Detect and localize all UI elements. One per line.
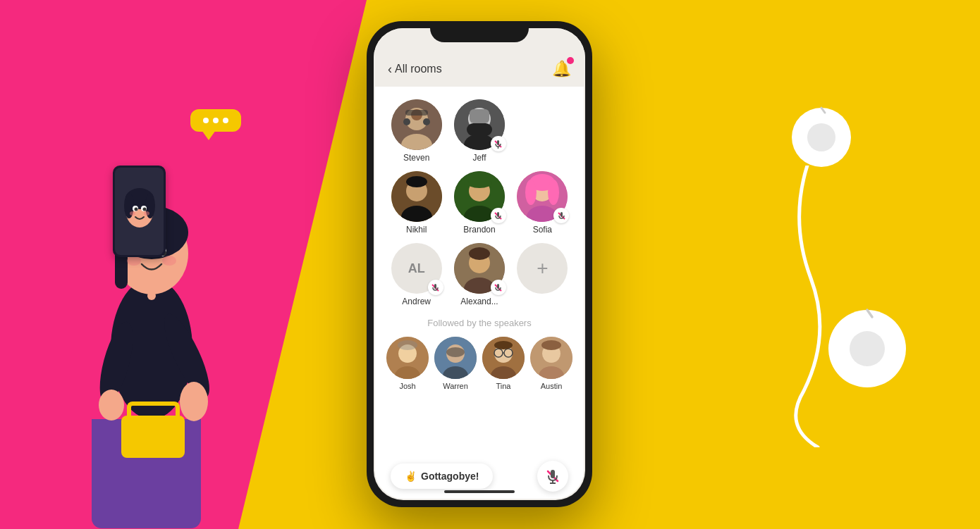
leave-emoji: ✌️ (405, 471, 417, 482)
speaker-name-alexander: Alexand... (460, 297, 498, 306)
avatar-wrap-alexander (454, 243, 505, 294)
speaker-item-sofia[interactable]: Sofia (513, 171, 572, 235)
follower-item-tina[interactable]: Tina (482, 337, 525, 390)
earphone-bud-top (786, 102, 857, 173)
back-label: All rooms (395, 63, 442, 75)
svg-point-5 (162, 256, 176, 266)
phone-notch (430, 21, 529, 42)
leave-button[interactable]: ✌️ Gottagobye! (391, 463, 493, 489)
speaker-name-andrew: Andrew (402, 297, 431, 306)
avatar-wrap-sofia (517, 171, 568, 222)
svg-rect-35 (467, 123, 492, 136)
svg-rect-49 (464, 182, 470, 185)
mic-button[interactable] (537, 461, 568, 492)
svg-point-57 (548, 180, 559, 205)
svg-point-22 (142, 208, 146, 211)
svg-point-14 (99, 390, 124, 421)
mute-badge-jeff (491, 136, 506, 151)
mute-badge-brandon (491, 208, 506, 223)
empty-slot-1 (513, 99, 572, 163)
svg-point-43 (406, 176, 427, 187)
avatar-nikhil (391, 171, 442, 222)
svg-rect-88 (551, 470, 555, 478)
follower-name-josh: Josh (399, 382, 415, 390)
speaker-name-brandon: Brandon (463, 225, 495, 235)
svg-point-31 (423, 118, 430, 125)
svg-rect-51 (497, 212, 499, 217)
speaker-item-alexander[interactable]: Alexand... (449, 243, 509, 306)
speaker-name-sofia: Sofia (533, 225, 552, 235)
mute-badge-andrew (428, 280, 443, 295)
follower-name-austin: Austin (541, 382, 563, 390)
phone-home-bar (444, 490, 515, 493)
avatar-wrap-andrew: AL (391, 243, 442, 294)
held-phone-illustration (113, 166, 166, 257)
svg-point-21 (134, 208, 137, 211)
mute-badge-sofia (553, 208, 569, 223)
speaker-item-nikhil[interactable]: Nikhil (386, 171, 446, 235)
follower-item-warren[interactable]: Warren (434, 337, 477, 390)
svg-rect-67 (497, 284, 499, 289)
svg-rect-29 (405, 110, 428, 116)
speaker-name-steven: Steven (403, 153, 429, 163)
followed-section-label: Followed by the speakers (386, 312, 572, 337)
mute-badge-alexander (491, 280, 506, 295)
svg-point-4 (127, 256, 141, 266)
dot-3 (223, 118, 228, 123)
svg-rect-38 (497, 140, 499, 145)
svg-point-86 (541, 340, 561, 350)
phone-screen: ‹ All rooms 🔔 (374, 28, 585, 500)
bell-badge (567, 57, 574, 64)
follower-avatar-austin (530, 337, 572, 379)
add-label (541, 297, 544, 306)
speaker-item-steven[interactable]: Steven (386, 99, 446, 163)
dot-1 (203, 118, 209, 123)
follower-name-tina: Tina (496, 382, 511, 390)
screen-bottom-bar: ✌️ Gottagobye! (382, 461, 577, 492)
svg-rect-61 (434, 284, 436, 289)
back-arrow-icon: ‹ (388, 62, 392, 77)
svg-point-10 (147, 292, 156, 300)
speaker-item-jeff[interactable]: Jeff (449, 99, 509, 163)
dot-2 (213, 118, 219, 123)
back-button[interactable]: ‹ All rooms (388, 62, 442, 77)
svg-point-95 (850, 331, 885, 366)
follower-avatar-tina (482, 337, 525, 379)
speaker-name-jeff: Jeff (472, 153, 486, 163)
speaker-item-andrew[interactable]: AL Andrew (386, 243, 446, 306)
avatar-wrap-nikhil (391, 171, 442, 222)
follower-avatar-warren (434, 337, 477, 379)
earphone-bud-bottom (821, 303, 913, 394)
add-speaker-item[interactable]: + (513, 243, 572, 306)
avatar-wrap-brandon (454, 171, 505, 222)
avatar-wrap-steven (391, 99, 442, 150)
svg-point-56 (525, 180, 537, 205)
avatar-steven (391, 99, 442, 150)
svg-rect-59 (561, 212, 563, 217)
svg-point-24 (144, 211, 149, 216)
svg-point-30 (403, 118, 410, 125)
phone-frame: ‹ All rooms 🔔 (367, 21, 592, 507)
leave-label: Gottagobye! (421, 471, 479, 482)
follower-item-josh[interactable]: Josh (386, 337, 429, 390)
speaker-item-brandon[interactable]: Brandon (449, 171, 509, 235)
follower-avatar-josh (386, 337, 429, 379)
svg-point-92 (807, 123, 835, 151)
speaker-name-nikhil: Nikhil (406, 225, 427, 235)
notification-bell-button[interactable]: 🔔 (552, 60, 571, 78)
speakers-grid: Steven (386, 94, 572, 312)
svg-rect-48 (467, 181, 492, 185)
add-speaker-button[interactable]: + (517, 243, 568, 294)
wallet-decoration (121, 402, 185, 458)
svg-point-71 (398, 340, 417, 350)
follower-name-warren: Warren (443, 382, 468, 390)
follower-item-austin[interactable]: Austin (530, 337, 572, 390)
svg-point-75 (446, 347, 465, 357)
svg-point-23 (130, 211, 135, 216)
svg-point-82 (494, 341, 513, 349)
screen-body[interactable]: Steven (375, 87, 584, 499)
avatar-wrap-jeff (454, 99, 505, 150)
svg-rect-36 (470, 109, 489, 123)
svg-point-65 (469, 247, 490, 260)
followers-row: Josh Warren (386, 337, 572, 390)
